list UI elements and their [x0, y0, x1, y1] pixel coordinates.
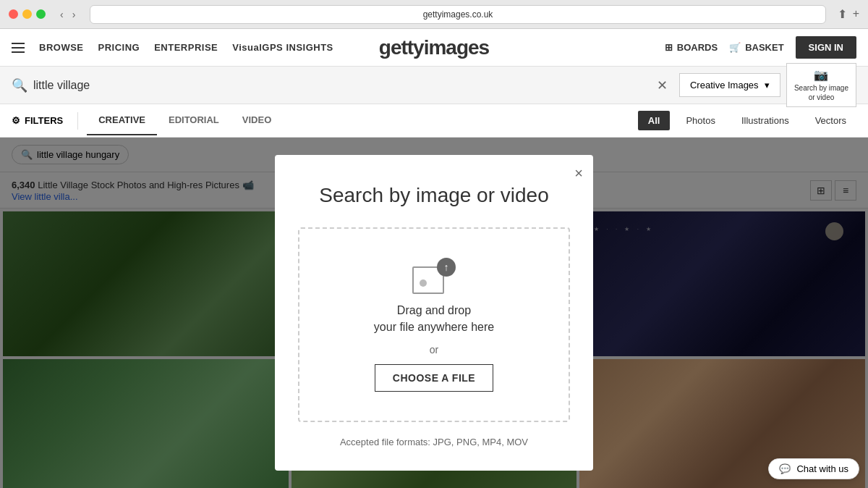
share-icon[interactable]: ⬆ [838, 7, 847, 21]
app: BROWSE PRICING ENTERPRISE VisualGPS INSI… [0, 29, 868, 488]
close-window-button[interactable] [9, 9, 18, 19]
drag-drop-text: Drag and drop your file anywhere here [374, 303, 494, 335]
tab-video[interactable]: VIDEO [231, 106, 283, 135]
browser-navigation: ‹ › [57, 7, 78, 22]
content-area: 🔍 little village hungary 6,340 Little Vi… [0, 138, 868, 488]
tab-creative[interactable]: CREATIVE [87, 106, 157, 135]
search-icon: 🔍 [12, 77, 27, 93]
filter-bar: ⚙ FILTERS CREATIVE EDITORIAL VIDEO All P… [0, 104, 868, 138]
result-type-filters: All Photos Illustrations Vectors [638, 111, 856, 130]
search-by-image-button[interactable]: 📷 Search by image or video [786, 63, 856, 107]
search-type-dropdown[interactable]: Creative Images ▾ [679, 73, 780, 97]
fullscreen-window-button[interactable] [36, 9, 46, 19]
or-divider: or [430, 344, 438, 356]
back-button[interactable]: ‹ [57, 7, 67, 22]
modal-title: Search by image or video [298, 184, 570, 207]
boards-icon: ⊞ [665, 42, 673, 53]
drop-zone[interactable]: ↑ Drag and drop your file anywhere here … [298, 227, 570, 422]
top-nav: BROWSE PRICING ENTERPRISE VisualGPS INSI… [0, 29, 868, 67]
filter-illustrations-button[interactable]: Illustrations [731, 111, 799, 130]
filter-tabs: CREATIVE EDITORIAL VIDEO [87, 106, 283, 135]
pricing-nav-item[interactable]: PRICING [98, 42, 140, 53]
search-bar: 🔍 ✕ Creative Images ▾ 📷 Search by image … [0, 67, 868, 104]
filter-icon: ⚙ [12, 115, 20, 126]
upload-icon: ↑ [412, 258, 456, 294]
upload-arrow-icon: ↑ [437, 258, 456, 277]
browse-nav-item[interactable]: BROWSE [39, 42, 84, 53]
chat-button[interactable]: 💬 Chat with us [768, 458, 859, 479]
filter-photos-button[interactable]: Photos [676, 111, 725, 130]
chevron-down-icon: ▾ [765, 80, 770, 91]
modal-close-button[interactable]: × [574, 165, 583, 182]
nav-right: ⊞ BOARDS 🛒 BASKET SIGN IN [665, 36, 856, 59]
clear-search-button[interactable]: ✕ [657, 77, 668, 93]
camera-icon: 📷 [814, 68, 828, 83]
choose-file-button[interactable]: CHOOSE A FILE [375, 364, 493, 392]
tab-editorial[interactable]: EDITORIAL [157, 106, 231, 135]
logo: gettyimages [379, 36, 489, 59]
enterprise-nav-item[interactable]: ENTERPRISE [154, 42, 218, 53]
forward-button[interactable]: › [69, 7, 79, 22]
filters-button[interactable]: ⚙ FILTERS [12, 115, 63, 126]
new-tab-icon[interactable]: + [853, 7, 859, 21]
sign-in-button[interactable]: SIGN IN [796, 36, 856, 59]
minimize-window-button[interactable] [22, 9, 32, 19]
browser-chrome: ‹ › gettyimages.co.uk ⬆ + [0, 0, 868, 29]
filter-vectors-button[interactable]: Vectors [805, 111, 856, 130]
address-bar[interactable]: gettyimages.co.uk [90, 5, 825, 24]
accepted-formats-text: Accepted file formats: JPG, PNG, MP4, MO… [298, 437, 570, 447]
browser-actions: ⬆ + [838, 7, 859, 21]
visualgps-nav-item[interactable]: VisualGPS INSIGHTS [232, 42, 333, 53]
search-input[interactable] [33, 79, 651, 92]
traffic-lights [9, 9, 46, 19]
modal-overlay[interactable]: × Search by image or video ↑ Drag and dr… [0, 138, 868, 488]
url-display: gettyimages.co.uk [423, 9, 493, 20]
nav-left: BROWSE PRICING ENTERPRISE VisualGPS INSI… [12, 42, 333, 53]
basket-button[interactable]: 🛒 BASKET [729, 42, 783, 53]
boards-button[interactable]: ⊞ BOARDS [665, 42, 718, 53]
search-by-image-modal: × Search by image or video ↑ Drag and dr… [275, 155, 593, 471]
chat-icon: 💬 [779, 463, 791, 474]
basket-icon: 🛒 [729, 42, 741, 53]
filter-all-button[interactable]: All [638, 111, 671, 130]
hamburger-menu[interactable] [12, 43, 25, 53]
